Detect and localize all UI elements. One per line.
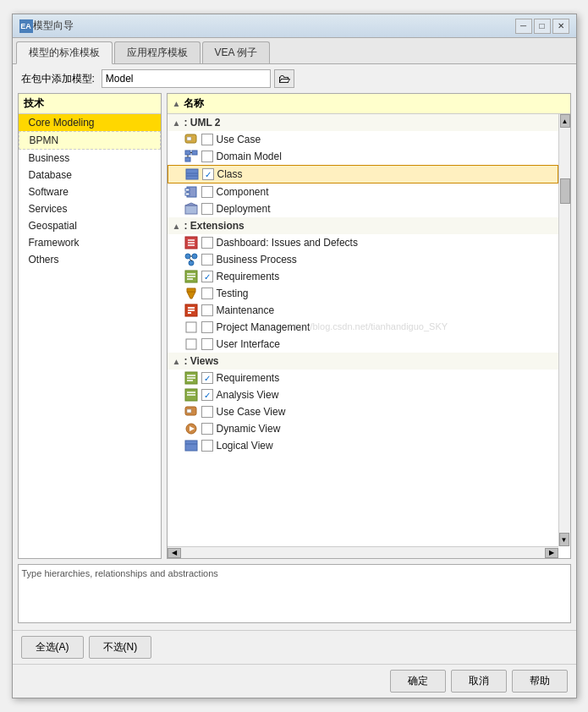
item-usecase-view[interactable]: Use Case View xyxy=(168,403,558,420)
left-panel: 技术 Core Modeling BPMN Business Database … xyxy=(18,93,162,559)
requirements-label: Requirements xyxy=(217,271,280,282)
ok-button[interactable]: 确定 xyxy=(390,670,446,693)
class-checkbox[interactable]: ✓ xyxy=(202,168,214,180)
svg-rect-13 xyxy=(185,205,197,214)
section-views-label: : Views xyxy=(184,355,218,367)
maximize-button[interactable]: □ xyxy=(534,19,551,34)
svg-rect-2 xyxy=(185,151,190,155)
app-icon: EA xyxy=(19,19,33,33)
tab-standard[interactable]: 模型的标准模板 xyxy=(16,41,113,64)
scroll-down-button[interactable]: ▼ xyxy=(559,533,569,546)
project-icon xyxy=(184,320,198,334)
item-dynamic[interactable]: Dynamic View xyxy=(168,420,558,437)
usecase-checkbox[interactable] xyxy=(201,134,213,145)
component-icon xyxy=(184,185,198,199)
right-panel: ▲ 名称 ▲ : UML 2 Use Case xyxy=(167,93,571,559)
section-uml2[interactable]: ▲ : UML 2 xyxy=(168,114,558,131)
svg-rect-12 xyxy=(185,193,190,195)
dynamic-checkbox[interactable] xyxy=(201,423,213,435)
item-analysis[interactable]: ✓ Analysis View xyxy=(168,386,558,403)
sidebar-item-business[interactable]: Business xyxy=(19,150,161,167)
close-button[interactable]: ✕ xyxy=(552,19,569,34)
sidebar-item-geospatial[interactable]: Geospatial xyxy=(19,217,161,234)
section-views[interactable]: ▲ : Views xyxy=(168,353,558,370)
usecase-view-checkbox[interactable] xyxy=(201,406,213,418)
right-panel-header: ▲ 名称 xyxy=(168,94,570,114)
section-uml2-label: : UML 2 xyxy=(184,117,220,129)
business-process-icon xyxy=(184,253,198,266)
ui-checkbox[interactable] xyxy=(201,338,213,350)
project-checkbox[interactable] xyxy=(201,321,213,333)
right-panel-title: 名称 xyxy=(184,96,204,111)
sidebar-item-bpmn[interactable]: BPMN xyxy=(19,131,161,150)
section-extensions-label: : Extensions xyxy=(184,220,244,232)
testing-icon xyxy=(184,287,198,300)
testing-checkbox[interactable] xyxy=(201,288,213,299)
item-testing[interactable]: Testing xyxy=(168,285,558,302)
item-project[interactable]: Project Management xyxy=(168,319,558,336)
title-bar: EA 模型向导 ─ □ ✕ xyxy=(13,14,576,38)
svg-marker-14 xyxy=(185,203,197,205)
item-dashboard[interactable]: Dashboard: Issues and Defects xyxy=(168,234,558,251)
select-all-button[interactable]: 全选(A) xyxy=(21,636,84,659)
scrollbar-horizontal[interactable]: ◀ ▶ xyxy=(168,546,558,558)
requirements-checkbox[interactable]: ✓ xyxy=(201,271,213,282)
item-logical[interactable]: Logical View xyxy=(168,437,558,454)
item-requirements[interactable]: ✓ Requirements xyxy=(168,268,558,285)
main-content: 技术 Core Modeling BPMN Business Database … xyxy=(13,93,576,559)
item-maintenance[interactable]: Maintenance xyxy=(168,302,558,319)
deployment-checkbox[interactable] xyxy=(201,203,213,215)
sidebar-item-framework[interactable]: Framework xyxy=(19,234,161,251)
analysis-checkbox[interactable]: ✓ xyxy=(201,389,213,401)
sidebar-item-database[interactable]: Database xyxy=(19,167,161,183)
item-views-req[interactable]: ✓ Requirements xyxy=(168,370,558,386)
item-domain[interactable]: Domain Model xyxy=(168,148,558,165)
folder-button[interactable]: 🗁 xyxy=(274,69,294,88)
logical-checkbox[interactable] xyxy=(201,440,213,452)
item-class[interactable]: ✓ Class xyxy=(168,165,558,183)
tab-vea[interactable]: VEA 例子 xyxy=(202,41,271,63)
svg-rect-43 xyxy=(187,409,191,413)
domain-checkbox[interactable] xyxy=(201,151,213,162)
scroll-right-button[interactable]: ▶ xyxy=(545,548,558,558)
business-process-checkbox[interactable] xyxy=(201,254,213,266)
maintenance-checkbox[interactable] xyxy=(201,304,213,316)
tab-app[interactable]: 应用程序模板 xyxy=(114,41,201,63)
item-deployment[interactable]: Deployment xyxy=(168,200,558,217)
usecase-view-label: Use Case View xyxy=(217,406,286,418)
testing-label: Testing xyxy=(217,288,249,299)
domain-icon xyxy=(184,150,198,163)
cancel-button[interactable]: 取消 xyxy=(451,670,507,693)
scroll-thumb[interactable] xyxy=(560,178,570,204)
sidebar-item-others[interactable]: Others xyxy=(19,251,161,268)
ui-label: User Interface xyxy=(217,338,280,350)
component-checkbox[interactable] xyxy=(201,186,213,198)
project-label: Project Management xyxy=(217,321,310,333)
sidebar-item-software[interactable]: Software xyxy=(19,183,161,200)
sidebar-item-services[interactable]: Services xyxy=(19,200,161,217)
help-button[interactable]: 帮助 xyxy=(512,670,568,693)
left-panel-items: Core Modeling BPMN Business Database Sof… xyxy=(19,114,161,558)
item-business-process[interactable]: Business Process xyxy=(168,251,558,268)
model-input[interactable] xyxy=(102,69,271,88)
scroll-left-button[interactable]: ◀ xyxy=(168,548,181,558)
section-extensions[interactable]: ▲ : Extensions xyxy=(168,217,558,234)
ui-icon xyxy=(184,337,198,351)
action-bar: 确定 取消 帮助 xyxy=(13,664,576,698)
item-component[interactable]: Component xyxy=(168,183,558,200)
item-usecase[interactable]: Use Case xyxy=(168,131,558,148)
scrollbar-vertical[interactable]: ▲ ▼ xyxy=(558,114,570,546)
deselect-button[interactable]: 不选(N) xyxy=(89,636,152,659)
window-title: 模型向导 xyxy=(33,19,515,33)
minimize-button[interactable]: ─ xyxy=(515,19,532,34)
views-req-checkbox[interactable]: ✓ xyxy=(201,372,213,384)
window-controls: ─ □ ✕ xyxy=(515,19,569,34)
scroll-up-button[interactable]: ▲ xyxy=(560,114,570,128)
sidebar-item-core[interactable]: Core Modeling xyxy=(19,114,161,131)
svg-point-21 xyxy=(189,260,194,266)
collapse-arrow-extensions: ▲ xyxy=(173,222,181,231)
item-ui[interactable]: User Interface xyxy=(168,336,558,353)
description-text: Type hierarchies, relationships and abst… xyxy=(22,568,218,578)
bottom-bar: 全选(A) 不选(N) xyxy=(13,630,576,664)
dashboard-checkbox[interactable] xyxy=(201,237,213,249)
